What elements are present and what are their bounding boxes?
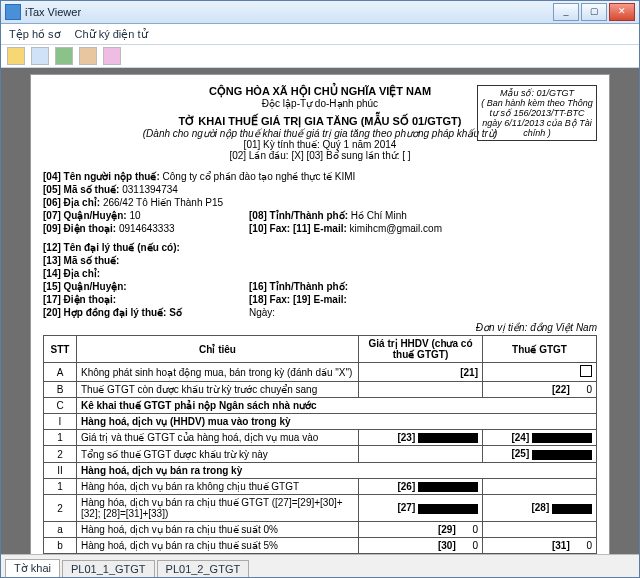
titlebar: iTax Viewer _ ▢ ✕ — [1, 1, 639, 24]
tab-pl01-2[interactable]: PL01_2_GTGT — [157, 560, 250, 577]
menubar: Tệp hồ sơ Chữ ký điện tử — [1, 24, 639, 45]
menu-file[interactable]: Tệp hồ sơ — [9, 28, 61, 41]
taxpayer-fields: [04] Tên người nộp thuế: Công ty cổ phần… — [43, 171, 597, 318]
first-time: [02] Lần đầu: [X] [03] Bổ sung lần thứ: … — [43, 150, 597, 161]
app-icon — [5, 4, 21, 20]
tab-pl01-1[interactable]: PL01_1_GTGT — [62, 560, 155, 577]
table-row: aHàng hoá, dịch vụ bán ra chịu thuế suất… — [44, 522, 597, 538]
form-number-box: Mẫu số: 01/GTGT ( Ban hành kèm theo Thôn… — [477, 85, 597, 141]
sign-icon[interactable] — [103, 47, 121, 65]
document-scroll[interactable]: Mẫu số: 01/GTGT ( Ban hành kèm theo Thôn… — [1, 68, 639, 554]
window-controls: _ ▢ ✕ — [553, 3, 635, 21]
table-row: 1Hàng hóa, dịch vụ bán ra không chịu thu… — [44, 478, 597, 494]
table-row: 2Hàng hóa, dịch vụ bán ra chịu thuế GTGT… — [44, 495, 597, 522]
minimize-button[interactable]: _ — [553, 3, 579, 21]
export-icon[interactable] — [79, 47, 97, 65]
table-row: CKê khai thuế GTGT phải nộp Ngân sách nh… — [44, 398, 597, 414]
window-title: iTax Viewer — [25, 6, 553, 18]
address: 266/42 Tô Hiến Thành P15 — [103, 197, 223, 208]
print-icon[interactable] — [31, 47, 49, 65]
tax-table: STT Chỉ tiêu Giá trị HHDV (chưa có thuế … — [43, 335, 597, 554]
tab-tokhai[interactable]: Tờ khai — [5, 559, 60, 577]
document-area: Mẫu số: 01/GTGT ( Ban hành kèm theo Thôn… — [1, 68, 639, 554]
sheet-tabs: Tờ khai PL01_1_GTGT PL01_2_GTGT — [1, 554, 639, 577]
table-row: IIHàng hoá, dịch vụ bán ra trong kỳ — [44, 462, 597, 478]
table-row: 2Tổng số thuế GTGT được khấu trừ kỳ này[… — [44, 446, 597, 462]
table-row: 1Giá trị và thuế GTGT của hàng hoá, dịch… — [44, 430, 597, 446]
tax-code: 0311394734 — [122, 184, 178, 195]
menu-sign[interactable]: Chữ ký điện tử — [75, 28, 148, 41]
taxpayer-name: Công ty cổ phần đào tạo nghề thực tế KIM… — [163, 171, 356, 182]
save-icon[interactable] — [55, 47, 73, 65]
table-row: AKhông phát sinh hoạt động mua, bán tron… — [44, 363, 597, 382]
toolbar — [1, 45, 639, 68]
table-row: BThuế GTGT còn được khấu trừ kỳ trước ch… — [44, 382, 597, 398]
maximize-button[interactable]: ▢ — [581, 3, 607, 21]
tax-form-page: Mẫu số: 01/GTGT ( Ban hành kèm theo Thôn… — [30, 74, 610, 554]
app-window: iTax Viewer _ ▢ ✕ Tệp hồ sơ Chữ ký điện … — [0, 0, 640, 578]
table-row: IHàng hoá, dịch vụ (HHDV) mua vào trong … — [44, 414, 597, 430]
table-row: bHàng hoá, dịch vụ bán ra chịu thuế suất… — [44, 538, 597, 554]
open-icon[interactable] — [7, 47, 25, 65]
close-button[interactable]: ✕ — [609, 3, 635, 21]
currency-unit: Đơn vị tiền: đồng Việt Nam — [43, 322, 597, 333]
